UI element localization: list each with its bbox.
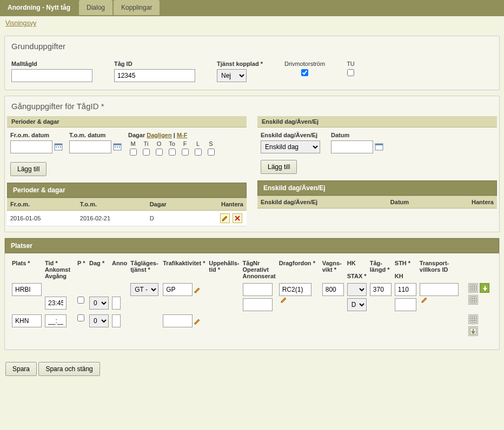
input-malltagid[interactable] — [11, 69, 92, 82]
subhead-perioder: Perioder & dagar — [7, 116, 247, 127]
check-p-1[interactable] — [77, 314, 84, 321]
label-malltagid: MalltågId — [11, 61, 92, 67]
pencil-icon[interactable] — [421, 296, 428, 304]
th-plats: Plats * — [10, 258, 43, 281]
th-hantera: Hantera — [190, 198, 247, 211]
tab-dialog[interactable]: Dialog — [79, 0, 112, 15]
delete-icon[interactable] — [233, 213, 242, 223]
btn-lagg-till-enskild[interactable]: Lägg till — [261, 160, 297, 174]
bar-enskild-table: Enskild dag/Även/Ej — [257, 180, 497, 196]
label-tu: TU — [347, 61, 355, 67]
grid-arrow-icon[interactable] — [468, 326, 478, 336]
svg-rect-3 — [58, 146, 59, 147]
select-taglages-0[interactable]: GT - — [130, 283, 158, 296]
day-to: To — [169, 140, 175, 147]
select-stax-0[interactable]: D — [347, 298, 367, 311]
th-p: P * — [76, 258, 88, 281]
input-sth-0[interactable] — [395, 283, 416, 296]
th-actions — [467, 258, 494, 281]
pencil-icon[interactable] — [194, 318, 201, 325]
svg-rect-1 — [55, 144, 62, 145]
th-sth: STH *KH — [393, 258, 418, 281]
day-m: M — [130, 140, 135, 147]
panel-platser: Platser Plats * Tid *AnkomstAvgång P * D… — [4, 238, 500, 350]
svg-rect-2 — [56, 146, 57, 147]
svg-rect-9 — [119, 146, 120, 147]
svg-rect-22 — [470, 316, 476, 322]
day-ti: Ti — [144, 140, 149, 147]
checkbox-driv[interactable] — [301, 69, 308, 76]
input-anno-1[interactable] — [112, 314, 121, 327]
check-m[interactable] — [130, 149, 137, 156]
btn-spara-stang[interactable]: Spara och stäng — [38, 362, 100, 376]
tab-anordning[interactable]: Anordning - Nytt tåg — [0, 0, 78, 15]
input-anno-0[interactable] — [112, 297, 121, 310]
svg-rect-12 — [470, 285, 476, 291]
link-dagligen[interactable]: Dagligen — [147, 132, 171, 138]
btn-lagg-till-period[interactable]: Lägg till — [10, 162, 47, 176]
tab-kopplingar[interactable]: Kopplingar — [114, 0, 160, 15]
th-tid: Tid *AnkomstAvgång — [43, 258, 76, 281]
label-from: Fr.o.m. datum — [10, 132, 63, 138]
bottom-bar: Spara Spara och stäng — [0, 355, 504, 382]
label-tagid: Tåg ID — [114, 61, 195, 67]
label-tom: T.o.m. datum — [69, 132, 122, 138]
th-tagnr: TågNrOperativtAnnonserat — [241, 258, 277, 281]
input-ankomst-1[interactable] — [45, 314, 67, 327]
input-vikt-0[interactable] — [322, 283, 344, 296]
input-trafik-0[interactable] — [163, 283, 193, 296]
input-drag-0[interactable] — [279, 283, 311, 296]
input-plats-0[interactable] — [12, 283, 42, 296]
input-tagnr-op-0[interactable] — [243, 283, 273, 296]
btn-spara[interactable]: Spara — [5, 362, 37, 376]
check-l[interactable] — [195, 149, 202, 156]
th-datum: Datum — [387, 196, 439, 209]
check-ti[interactable] — [143, 149, 150, 156]
input-trafik-1[interactable] — [163, 314, 193, 327]
calendar-icon[interactable] — [54, 143, 63, 151]
day-f: F — [183, 140, 187, 147]
check-f[interactable] — [182, 149, 189, 156]
select-hk-0[interactable] — [347, 283, 367, 296]
th-uppeh: Uppehålls-tid * — [207, 258, 241, 281]
input-tagid[interactable] — [114, 69, 195, 82]
select-enskild[interactable]: Enskild dag — [261, 140, 320, 153]
checkbox-tu[interactable] — [347, 69, 354, 76]
th-transport: Transport-villkors ID — [418, 258, 467, 281]
link-visningsvy[interactable]: Visningsvy — [5, 19, 36, 27]
input-tagnr-an-0[interactable] — [243, 298, 273, 311]
input-avgang-0[interactable] — [45, 297, 67, 310]
check-o[interactable] — [156, 149, 163, 156]
edit-icon[interactable] — [220, 213, 230, 223]
check-p-0[interactable] — [77, 297, 84, 304]
platser-row: 0 — [10, 313, 494, 338]
check-to[interactable] — [169, 149, 176, 156]
pencil-icon[interactable] — [194, 286, 201, 294]
select-dag-1[interactable]: 0 — [89, 314, 109, 327]
arrow-down-icon[interactable] — [480, 283, 489, 293]
table-perioder: Fr.o.m. T.o.m. Dagar Hantera 2016-01-05 … — [7, 198, 247, 226]
select-dag-0[interactable]: 0 — [89, 297, 109, 310]
input-langd-0[interactable] — [370, 283, 392, 296]
input-tom[interactable] — [69, 140, 111, 153]
input-from[interactable] — [10, 140, 52, 153]
input-datum[interactable] — [331, 140, 373, 153]
grid-icon[interactable] — [468, 314, 478, 324]
grid-icon[interactable] — [468, 295, 478, 305]
table-platser: Plats * Tid *AnkomstAvgång P * Dag * Ann… — [10, 258, 494, 338]
calendar-icon[interactable] — [113, 143, 122, 151]
input-plats-1[interactable] — [12, 314, 42, 327]
calendar-icon[interactable] — [375, 143, 383, 151]
th-taglangd: Tåg-längd * — [368, 258, 393, 281]
select-tjanst[interactable]: Nej — [217, 69, 247, 82]
svg-rect-6 — [114, 144, 121, 145]
link-mf[interactable]: M-F — [177, 132, 188, 138]
input-kh-0[interactable] — [395, 298, 416, 311]
svg-rect-8 — [117, 146, 118, 147]
cell-tom: 2016-02-21 — [77, 211, 147, 226]
check-s[interactable] — [208, 149, 215, 156]
table-row: 2016-01-05 2016-02-21 D — [7, 211, 247, 226]
grid-icon[interactable] — [468, 283, 478, 293]
input-transport-0[interactable] — [420, 283, 459, 296]
pencil-icon[interactable] — [280, 296, 288, 304]
